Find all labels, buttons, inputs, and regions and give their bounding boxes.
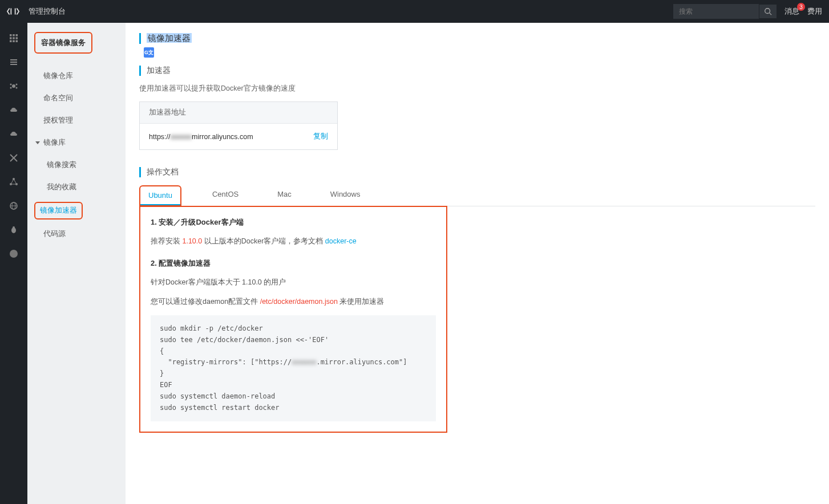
notification-link[interactable]: 消息 3 xyxy=(784,6,799,17)
accel-url: https://xxxxxxmirror.aliyuncs.com xyxy=(149,133,253,141)
side-nav-title: 容器镜像服务 xyxy=(34,32,92,54)
rail-cloud2-icon[interactable] xyxy=(9,129,19,139)
main-content: 镜像加速器 G文 加速器 使用加速器可以提升获取Docker官方镜像的速度 加速… xyxy=(126,23,829,504)
rail-network-icon[interactable] xyxy=(9,177,19,187)
copy-button[interactable]: 复制 xyxy=(313,132,328,141)
svg-rect-11 xyxy=(10,59,17,60)
svg-rect-10 xyxy=(16,40,18,43)
sidebar-item-auth[interactable]: 授权管理 xyxy=(27,109,126,132)
svg-point-15 xyxy=(10,84,12,86)
tab-ubuntu[interactable]: Ubuntu xyxy=(140,186,180,205)
icon-rail xyxy=(0,23,27,504)
search-input[interactable] xyxy=(673,4,759,19)
section-docs-title: 操作文档 xyxy=(139,167,815,177)
rail-tools-icon[interactable] xyxy=(9,153,19,163)
rail-apps-icon[interactable] xyxy=(9,33,19,43)
svg-rect-8 xyxy=(10,40,12,43)
tab-mac[interactable]: Mac xyxy=(269,185,300,206)
search-icon xyxy=(764,7,772,15)
svg-point-14 xyxy=(12,84,15,88)
accel-box-header: 加速器地址 xyxy=(140,102,337,124)
doc-h1: 1. 安装／升级Docker客户端 xyxy=(151,217,436,227)
top-bar: 管理控制台 消息 3 费用 xyxy=(0,0,829,23)
console-title: 管理控制台 xyxy=(29,6,66,17)
sidebar-item-namespace[interactable]: 命名空间 xyxy=(27,87,126,109)
svg-point-16 xyxy=(16,84,18,86)
svg-rect-5 xyxy=(10,37,12,39)
sidebar-item-source[interactable]: 代码源 xyxy=(27,223,126,245)
svg-rect-4 xyxy=(16,34,18,36)
doc-p3: 您可以通过修改daemon配置文件 /etc/docker/daemon.jso… xyxy=(151,296,436,307)
rail-bug-icon[interactable] xyxy=(9,225,19,235)
svg-rect-7 xyxy=(16,37,18,39)
rail-cloud-icon[interactable] xyxy=(9,105,19,115)
accel-url-box: 加速器地址 https://xxxxxxmirror.aliyuncs.com … xyxy=(139,101,338,150)
rail-layers-icon[interactable] xyxy=(9,57,19,67)
search-box xyxy=(673,4,777,19)
sidebar-item-label: 镜像加速器 xyxy=(34,202,83,220)
tab-windows[interactable]: Windows xyxy=(322,185,369,206)
svg-line-25 xyxy=(14,179,17,184)
page-title: 镜像加速器 xyxy=(147,33,192,43)
svg-rect-12 xyxy=(10,62,17,63)
doc-p2: 针对Docker客户端版本大于 1.10.0 的用户 xyxy=(151,277,436,288)
svg-rect-6 xyxy=(13,37,15,39)
svg-point-0 xyxy=(765,9,770,14)
sidebar-item-fav[interactable]: 我的收藏 xyxy=(27,176,126,198)
rail-dashboard-icon[interactable] xyxy=(9,81,19,91)
search-button[interactable] xyxy=(759,5,777,18)
section-accel-desc: 使用加速器可以提升获取Docker官方镜像的速度 xyxy=(139,84,815,94)
section-accel-title: 加速器 xyxy=(139,66,815,76)
svg-point-31 xyxy=(13,226,15,229)
svg-point-18 xyxy=(16,87,18,89)
doc-p1: 推荐安装 1.10.0 以上版本的Docker客户端，参考文档 docker-c… xyxy=(151,235,436,247)
translate-icon[interactable]: G文 xyxy=(144,47,154,58)
doc-tabs: Ubuntu CentOS Mac Windows xyxy=(139,185,815,206)
sidebar-item-search[interactable]: 镜像搜索 xyxy=(27,154,126,176)
page-title-line: 镜像加速器 xyxy=(139,33,815,44)
svg-line-1 xyxy=(770,13,772,15)
cost-link[interactable]: 费用 xyxy=(807,6,822,17)
doc-content: 1. 安装／升级Docker客户端 推荐安装 1.10.0 以上版本的Docke… xyxy=(139,206,447,433)
chevron-down-icon xyxy=(35,141,40,144)
brand-logo-icon[interactable] xyxy=(7,7,19,16)
doc-h2: 2. 配置镜像加速器 xyxy=(151,258,436,269)
side-nav: 容器镜像服务 镜像仓库 命名空间 授权管理 镜像库 镜像搜索 我的收藏 镜像加速… xyxy=(27,23,126,504)
code-block: sudo mkdir -p /etc/docker sudo tee /etc/… xyxy=(151,315,436,421)
sidebar-item-label: 镜像库 xyxy=(43,138,66,148)
docker-ce-link[interactable]: docker-ce xyxy=(325,237,357,245)
sidebar-item-library[interactable]: 镜像库 xyxy=(27,132,126,154)
notification-badge: 3 xyxy=(797,3,805,11)
svg-rect-3 xyxy=(13,34,15,36)
sidebar-item-accel[interactable]: 镜像加速器 xyxy=(27,198,126,223)
svg-rect-13 xyxy=(10,64,17,65)
tab-centos[interactable]: CentOS xyxy=(204,185,246,206)
svg-rect-2 xyxy=(10,34,12,36)
rail-globe-icon[interactable] xyxy=(9,201,19,211)
sidebar-item-repo[interactable]: 镜像仓库 xyxy=(27,65,126,87)
rail-dot-icon[interactable] xyxy=(9,249,19,259)
svg-point-17 xyxy=(10,87,12,89)
svg-rect-9 xyxy=(13,40,15,43)
svg-line-24 xyxy=(11,179,14,184)
